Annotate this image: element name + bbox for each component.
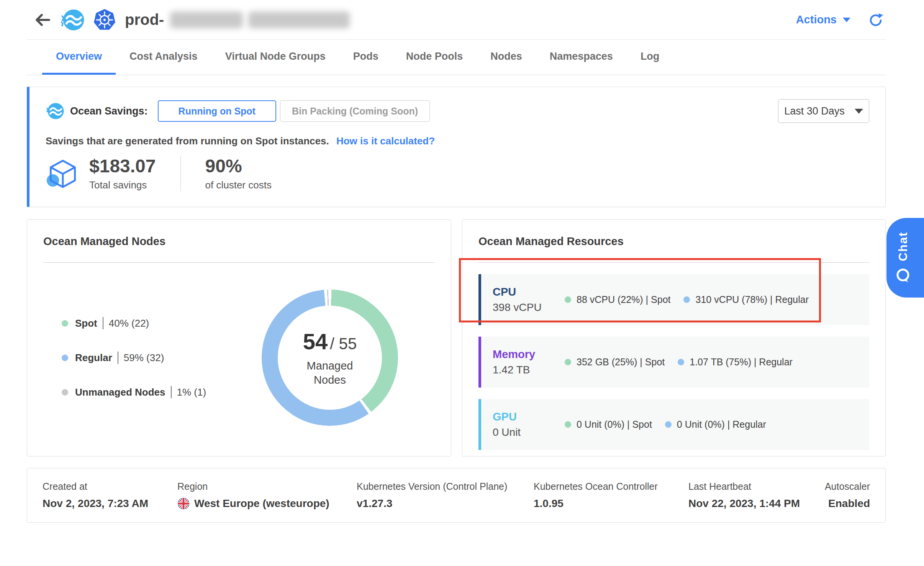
savings-title: Ocean Savings:: [70, 105, 148, 117]
regular-dot-icon: [62, 355, 68, 361]
info-label: Region: [177, 481, 357, 492]
how-calculated-link[interactable]: How is it calculated?: [336, 135, 435, 147]
resource-stats: 352 GB (25%) | Spot 1.07 TB (75%) | Regu…: [565, 357, 793, 368]
redacted-cluster-name: [170, 11, 243, 28]
chevron-down-icon: [843, 18, 850, 22]
chat-button[interactable]: Chat: [886, 218, 924, 298]
savings-toggle-group: Running on Spot Bin Packing (Coming Soon…: [158, 100, 430, 122]
resource-stats: 88 vCPU (22%) | Spot 310 vCPU (78%) | Re…: [565, 294, 809, 305]
info-label: Created at: [43, 481, 177, 492]
divider: [43, 262, 435, 263]
resource-row-memory: Memory 1.42 TB 352 GB (25%) | Spot 1.07 …: [478, 337, 869, 388]
spot-dot-icon: [565, 296, 571, 303]
legend-label: Regular: [75, 352, 112, 364]
resource-label-block: GPU 0 Unit: [493, 411, 565, 438]
actions-label: Actions: [796, 13, 837, 26]
tab-bar: Overview Cost Analysis Virtual Node Grou…: [27, 40, 886, 75]
tab-virtual-node-groups[interactable]: Virtual Node Groups: [211, 40, 339, 75]
managed-nodes-body: Spot 40% (22) Regular 59% (32) Unmanaged…: [43, 290, 435, 426]
info-label: Kubernetes Version (Control Plane): [357, 481, 534, 492]
actions-button[interactable]: Actions: [796, 13, 850, 26]
tab-cost-analysis[interactable]: Cost Analysis: [116, 40, 211, 75]
divider: [118, 352, 118, 364]
regular-stat-text: 0 Unit (0%) | Regular: [677, 419, 766, 430]
regular-dot-icon: [678, 359, 684, 365]
managed-nodes-total: / 55: [330, 335, 357, 353]
legend-value: 1% (1): [177, 386, 206, 398]
spot-dot-icon: [62, 320, 68, 327]
header: prod- Actions: [27, 0, 886, 40]
spot-stat: 88 vCPU (22%) | Spot: [565, 294, 670, 305]
resource-name: Memory: [493, 348, 565, 361]
info-value: Enabled: [825, 497, 870, 510]
spot-stat-text: 352 GB (25%) | Spot: [577, 357, 665, 368]
cluster-cost-percent: 90%: [205, 157, 272, 175]
page-content: prod- Actions Overview Cost Analysis Vir…: [27, 0, 886, 523]
back-arrow-icon: [33, 11, 52, 29]
savings-description: Savings that are generated from running …: [46, 135, 329, 147]
ocean-managed-resources-panel: Ocean Managed Resources CPU 398 vCPU 88 …: [462, 219, 886, 456]
managed-nodes-donut-chart: 54 / 55 Managed Nodes: [262, 290, 398, 426]
managed-nodes-count: 54: [303, 329, 328, 354]
info-value: Nov 22, 2023, 1:44 PM: [688, 497, 825, 510]
running-on-spot-toggle[interactable]: Running on Spot: [158, 100, 276, 122]
regular-stat: 310 vCPU (78%) | Regular: [683, 294, 809, 305]
cluster-info-bar: Created at Nov 2, 2023, 7:23 AM Region W…: [27, 468, 886, 523]
spot-stat-text: 0 Unit (0%) | Spot: [577, 419, 652, 430]
info-region: Region West Europe (westeurope): [177, 481, 357, 510]
resource-label-block: Memory 1.42 TB: [493, 348, 565, 376]
header-actions: Actions: [796, 12, 886, 28]
legend-item-spot: Spot 40% (22): [62, 317, 262, 329]
resource-total: 1.42 TB: [493, 364, 565, 376]
spot-stat: 352 GB (25%) | Spot: [565, 357, 665, 368]
legend-item-unmanaged: Unmanaged Nodes 1% (1): [62, 386, 262, 398]
ocean-managed-nodes-panel: Ocean Managed Nodes Spot 40% (22) Regula…: [27, 219, 451, 456]
region-value: West Europe (westeurope): [194, 497, 329, 510]
ocean-savings-panel: Ocean Savings: Running on Spot Bin Packi…: [27, 87, 886, 207]
cluster-title: prod-: [125, 11, 164, 28]
period-dropdown[interactable]: Last 30 Days: [778, 99, 869, 123]
managed-nodes-label: Managed Nodes: [295, 359, 364, 387]
back-button[interactable]: [33, 10, 52, 29]
info-value: Nov 2, 2023, 7:23 AM: [43, 497, 177, 510]
resource-row-gpu: GPU 0 Unit 0 Unit (0%) | Spot 0 Unit (0%…: [478, 399, 869, 450]
legend-value: 40% (22): [109, 317, 149, 329]
resource-name: CPU: [493, 286, 565, 298]
info-label: Last Heartbeat: [688, 481, 825, 492]
regular-stat: 0 Unit (0%) | Regular: [665, 419, 766, 430]
divider: [103, 317, 103, 329]
total-savings-value: $183.07: [89, 157, 156, 175]
savings-header-row: Ocean Savings: Running on Spot Bin Packi…: [46, 99, 869, 123]
legend-label: Spot: [75, 317, 97, 329]
tab-namespaces[interactable]: Namespaces: [536, 40, 627, 75]
info-autoscaler: Autoscaler Enabled: [825, 481, 870, 510]
resource-total: 0 Unit: [493, 426, 565, 438]
info-value: West Europe (westeurope): [177, 497, 357, 510]
legend-label: Unmanaged Nodes: [75, 386, 165, 398]
spot-dot-icon: [565, 421, 571, 428]
savings-cube-icon: [46, 156, 79, 191]
tab-pods[interactable]: Pods: [339, 40, 392, 75]
period-value: Last 30 Days: [784, 105, 845, 117]
tab-node-pools[interactable]: Node Pools: [392, 40, 477, 75]
spot-stat: 0 Unit (0%) | Spot: [565, 419, 652, 430]
info-label: Autoscaler: [825, 481, 870, 492]
bin-packing-toggle[interactable]: Bin Packing (Coming Soon): [280, 100, 430, 122]
info-ocean-controller: Kubernetes Ocean Controller 1.0.95: [534, 481, 688, 510]
divider: [478, 262, 869, 263]
kubernetes-logo-icon: [93, 8, 116, 32]
resource-label-block: CPU 398 vCPU: [493, 286, 565, 314]
refresh-icon[interactable]: [868, 12, 883, 28]
tab-log[interactable]: Log: [627, 40, 673, 75]
cluster-cost-label: of cluster costs: [205, 179, 272, 191]
resource-total: 398 vCPU: [493, 301, 565, 314]
managed-resources-title: Ocean Managed Resources: [478, 235, 869, 248]
nodes-legend: Spot 40% (22) Regular 59% (32) Unmanaged…: [62, 317, 262, 398]
tab-nodes[interactable]: Nodes: [477, 40, 536, 75]
tab-overview[interactable]: Overview: [42, 40, 116, 75]
chat-label: Chat: [896, 232, 910, 261]
regular-stat-text: 310 vCPU (78%) | Regular: [695, 294, 809, 305]
info-value: 1.0.95: [534, 497, 688, 510]
divider: [180, 156, 181, 191]
total-savings-block: $183.07 Total savings: [89, 157, 156, 191]
